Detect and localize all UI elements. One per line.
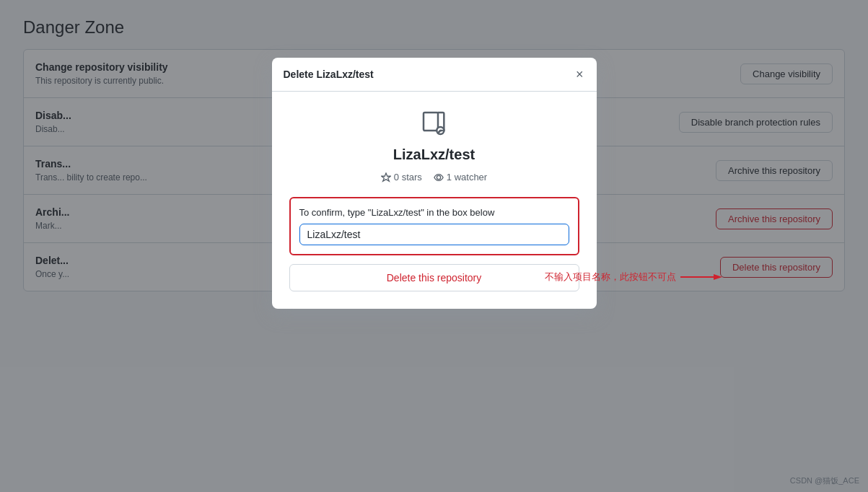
confirm-label: To confirm, type "LizaLxz/test" in the b… [299, 207, 569, 218]
svg-point-5 [437, 175, 440, 179]
svg-marker-4 [382, 172, 390, 180]
confirm-input[interactable] [299, 224, 569, 245]
repo-icon [289, 109, 579, 138]
delete-modal: Delete LizaLxz/test × LizaLxz/test [272, 58, 597, 309]
repo-name: LizaLxz/test [289, 146, 579, 163]
modal-close-button[interactable]: × [574, 66, 585, 82]
repo-stats: 0 stars 1 watcher [289, 172, 579, 183]
confirm-section: To confirm, type "LizaLxz/test" in the b… [289, 197, 579, 297]
annotation: 不输入项目名称，此按钮不可点 [545, 270, 724, 284]
modal-body: LizaLxz/test 0 stars 1 watc [272, 92, 597, 309]
stars-count: 0 stars [394, 172, 422, 183]
modal-overlay: Delete LizaLxz/test × LizaLxz/test [0, 0, 868, 492]
modal-title: Delete LizaLxz/test [284, 69, 374, 80]
confirm-box: To confirm, type "LizaLxz/test" in the b… [289, 197, 579, 255]
stars-stat: 0 stars [381, 172, 422, 183]
watchers-count: 1 watcher [447, 172, 487, 183]
annotation-wrapper: Delete this repository 不输入项目名称，此按钮不可点 [289, 264, 579, 297]
svg-rect-0 [424, 113, 438, 131]
modal-header: Delete LizaLxz/test × [272, 58, 597, 92]
annotation-arrow [680, 270, 724, 284]
watchers-stat: 1 watcher [434, 172, 487, 183]
annotation-text: 不输入项目名称，此按钮不可点 [545, 271, 676, 284]
delete-repository-button[interactable]: Delete this repository [289, 264, 579, 291]
page-container: Danger Zone Change repository visibility… [0, 0, 868, 492]
